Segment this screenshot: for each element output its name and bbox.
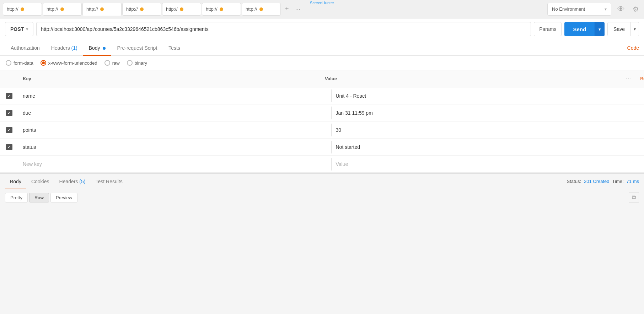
resp-tab-cookies-label: Cookies — [31, 179, 49, 184]
environment-selector[interactable]: No Environment ▾ — [547, 3, 611, 16]
new-value-input[interactable]: Value — [332, 158, 644, 170]
copy-response-button[interactable]: ⧉ — [629, 192, 639, 203]
tab-dot-7 — [259, 7, 263, 11]
tab-headers-label: Headers — [51, 45, 70, 51]
url-tab-2[interactable]: http:// — [43, 3, 82, 16]
resp-tab-cookies[interactable]: Cookies — [26, 174, 54, 189]
tab-dot-3 — [100, 7, 104, 11]
form-data-radio[interactable] — [6, 60, 11, 66]
tab-url-text-1: http:// — [7, 6, 18, 12]
form-data-label: form-data — [14, 60, 33, 66]
tab-url-text-7: http:// — [246, 6, 257, 12]
status-label: Status: — [567, 179, 581, 184]
save-button-group: Save ▾ — [607, 22, 639, 36]
row-3-key[interactable]: points — [18, 124, 332, 136]
urlencoded-radio[interactable] — [41, 60, 46, 66]
save-dropdown-button[interactable]: ▾ — [630, 22, 639, 36]
tab-url-text-3: http:// — [86, 6, 98, 12]
url-tab-4[interactable]: http:// — [122, 3, 161, 16]
add-tab-button[interactable]: + — [283, 4, 291, 14]
tab-url-text-4: http:// — [126, 6, 138, 12]
params-table-header: Key Value ··· Bulk Edit — [0, 70, 644, 87]
urlencoded-label: x-www-form-urlencoded — [48, 60, 97, 66]
row-3-value[interactable]: 30 — [332, 124, 644, 136]
eye-icon[interactable]: 👁 — [615, 3, 627, 15]
env-label: No Environment — [552, 6, 585, 12]
method-chevron-icon: ▾ — [26, 27, 28, 32]
time-label: Time: — [612, 179, 624, 184]
tab-dot-2 — [60, 7, 64, 11]
tab-body-label: Body — [89, 45, 100, 51]
tab-url-text-6: http:// — [206, 6, 218, 12]
table-row: status Not started — [0, 139, 644, 156]
tab-dot-4 — [140, 7, 144, 11]
body-type-urlencoded[interactable]: x-www-form-urlencoded — [41, 60, 97, 66]
resp-headers-badge: (5) — [79, 179, 85, 184]
row-3-checkbox[interactable] — [6, 127, 12, 133]
method-selector[interactable]: POST ▾ — [5, 22, 33, 36]
tab-tests[interactable]: Tests — [163, 40, 186, 56]
resp-tab-headers[interactable]: Headers (5) — [54, 174, 91, 189]
row-1-value[interactable]: Unit 4 - React — [332, 90, 644, 102]
send-main-button[interactable]: Send — [564, 22, 595, 36]
params-button[interactable]: Params — [534, 22, 562, 36]
resp-tab-body[interactable]: Body — [5, 174, 26, 189]
code-link[interactable]: Code — [627, 45, 639, 51]
send-dropdown-button[interactable]: ▾ — [595, 22, 605, 36]
tab-headers[interactable]: Headers (1) — [45, 40, 83, 56]
new-param-row: New key Value — [0, 156, 644, 173]
row-1-checkbox[interactable] — [6, 93, 12, 99]
table-row: name Unit 4 - React — [0, 87, 644, 104]
row-2-key[interactable]: due — [18, 107, 332, 119]
url-tab-6[interactable]: http:// — [202, 3, 241, 16]
screenhunter-label: ScreenHunter — [310, 1, 334, 5]
body-type-raw[interactable]: raw — [104, 60, 120, 66]
more-tabs-button[interactable]: ··· — [293, 4, 303, 14]
tab-authorization-label: Authorization — [11, 45, 40, 51]
body-type-binary[interactable]: binary — [127, 60, 147, 66]
request-tabs: Authorization Headers (1) Body Pre-reque… — [0, 40, 644, 56]
send-button-group: Send ▾ — [564, 22, 605, 36]
tab-authorization[interactable]: Authorization — [5, 40, 45, 56]
tab-pre-request[interactable]: Pre-request Script — [111, 40, 163, 56]
raw-label: raw — [112, 60, 120, 66]
body-type-selector: form-data x-www-form-urlencoded raw bina… — [0, 56, 644, 70]
binary-label: binary — [135, 60, 147, 66]
save-main-button[interactable]: Save — [608, 22, 630, 36]
row-1-key[interactable]: name — [18, 90, 332, 102]
response-view-bar: Pretty Raw Preview ⧉ — [0, 189, 644, 206]
url-tab-5[interactable]: http:// — [162, 3, 201, 16]
key-column-header: Key — [18, 73, 321, 84]
body-dot-indicator — [103, 47, 106, 50]
method-label: POST — [10, 26, 24, 32]
status-value: 201 Created — [584, 179, 610, 184]
row-2-checkbox[interactable] — [6, 110, 12, 116]
row-2-value[interactable]: Jan 31 11:59 pm — [332, 107, 644, 119]
resp-tab-headers-label: Headers — [59, 179, 78, 184]
row-4-value[interactable]: Not started — [332, 141, 644, 153]
bulk-edit-button[interactable]: Bulk Edit — [637, 75, 644, 83]
new-key-input[interactable]: New key — [18, 158, 332, 170]
url-tab-3[interactable]: http:// — [82, 3, 122, 16]
binary-radio[interactable] — [127, 60, 133, 66]
headers-badge: (1) — [71, 45, 77, 51]
tab-pre-request-label: Pre-request Script — [117, 45, 157, 51]
body-type-form-data[interactable]: form-data — [6, 60, 33, 66]
time-value: 71 ms — [627, 179, 639, 184]
resp-tab-test-results[interactable]: Test Results — [90, 174, 127, 189]
row-4-checkbox[interactable] — [6, 144, 12, 150]
raw-view-button[interactable]: Raw — [29, 193, 49, 202]
pretty-view-button[interactable]: Pretty — [5, 193, 28, 202]
url-tab-1[interactable]: http:// — [3, 3, 42, 16]
more-options-button[interactable]: ··· — [623, 74, 635, 83]
raw-radio[interactable] — [104, 60, 110, 66]
url-tab-7[interactable]: http:// — [242, 3, 281, 16]
response-meta: Status: 201 Created Time: 71 ms — [567, 179, 639, 184]
preview-view-button[interactable]: Preview — [50, 193, 77, 202]
row-4-key[interactable]: status — [18, 141, 332, 153]
gear-icon[interactable]: ⚙ — [630, 4, 641, 15]
resp-tab-test-results-label: Test Results — [95, 179, 122, 184]
url-input[interactable] — [36, 22, 531, 36]
tab-url-text-2: http:// — [47, 6, 58, 12]
tab-body[interactable]: Body — [83, 40, 112, 56]
